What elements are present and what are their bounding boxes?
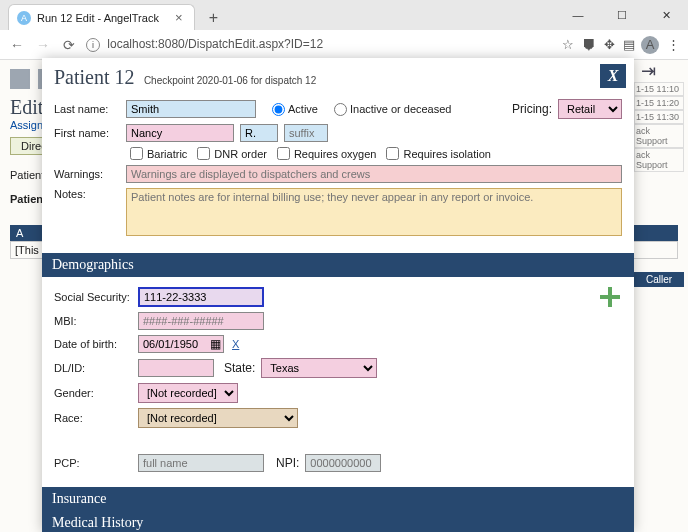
dlid-input[interactable] bbox=[138, 359, 214, 377]
modal-title: Patient 12 bbox=[54, 66, 135, 88]
bg-support: ack Support bbox=[634, 124, 684, 148]
pricing-select[interactable]: Retail bbox=[558, 99, 622, 119]
exit-icon[interactable]: ⇥ bbox=[634, 60, 656, 82]
grid-icon[interactable]: ▤ bbox=[623, 37, 633, 52]
profile-avatar[interactable]: A bbox=[641, 36, 659, 54]
dnr-label: DNR order bbox=[214, 148, 267, 160]
first-name-label: First name: bbox=[54, 127, 120, 139]
tab-title: Run 12 Edit - AngelTrack bbox=[37, 12, 159, 24]
dob-label: Date of birth: bbox=[54, 338, 132, 350]
bariatric-checkbox[interactable] bbox=[130, 147, 143, 160]
npi-label: NPI: bbox=[276, 456, 299, 470]
warnings-label: Warnings: bbox=[54, 168, 120, 180]
background-right-panel: ⇥ 1-15 11:10 1-15 11:20 1-15 11:30 ack S… bbox=[634, 60, 684, 289]
insurance-section-header[interactable]: Insurance bbox=[42, 487, 634, 511]
browser-titlebar: A Run 12 Edit - AngelTrack × + — ☐ ✕ bbox=[0, 0, 688, 30]
notes-label: Notes: bbox=[54, 188, 120, 200]
inactive-radio[interactable] bbox=[334, 103, 347, 116]
patient-modal: Patient 12 Checkpoint 2020-01-06 for dis… bbox=[42, 58, 634, 532]
site-info-icon[interactable]: i bbox=[86, 38, 100, 52]
bg-toolbar-icon[interactable] bbox=[10, 69, 30, 89]
mbi-input[interactable] bbox=[138, 312, 264, 330]
middle-initial-input[interactable] bbox=[240, 124, 278, 142]
modal-close-button[interactable]: X bbox=[600, 64, 626, 88]
bg-time: 1-15 11:10 bbox=[634, 82, 684, 96]
bg-time: 1-15 11:20 bbox=[634, 96, 684, 110]
active-label: Active bbox=[288, 103, 318, 115]
first-name-input[interactable] bbox=[126, 124, 234, 142]
dnr-checkbox[interactable] bbox=[197, 147, 210, 160]
state-label: State: bbox=[224, 361, 255, 375]
maximize-button[interactable]: ☐ bbox=[600, 0, 644, 30]
back-icon[interactable]: ← bbox=[8, 37, 26, 53]
notes-textarea[interactable] bbox=[126, 188, 622, 236]
puzzle-icon[interactable]: ✥ bbox=[604, 37, 615, 52]
shield-icon[interactable]: ⛊ bbox=[582, 37, 596, 53]
minimize-button[interactable]: — bbox=[556, 0, 600, 30]
dlid-label: DL/ID: bbox=[54, 362, 132, 374]
inactive-label: Inactive or deceased bbox=[350, 103, 452, 115]
window-controls: — ☐ ✕ bbox=[556, 0, 688, 30]
demographics-section: Social Security: MBI: Date of birth: ▦ X… bbox=[42, 277, 634, 487]
pricing-label: Pricing: bbox=[512, 102, 552, 116]
active-radio[interactable] bbox=[272, 103, 285, 116]
bg-time: 1-15 11:30 bbox=[634, 110, 684, 124]
modal-subtitle: Checkpoint 2020-01-06 for dispatch 12 bbox=[144, 75, 316, 86]
warnings-input[interactable] bbox=[126, 165, 622, 183]
url-field[interactable]: i localhost:8080/DispatchEdit.aspx?ID=12 bbox=[86, 37, 554, 52]
address-bar: ← → ⟳ i localhost:8080/DispatchEdit.aspx… bbox=[0, 30, 688, 60]
suffix-input[interactable] bbox=[284, 124, 328, 142]
race-select[interactable]: [Not recorded] bbox=[138, 408, 298, 428]
gender-label: Gender: bbox=[54, 387, 132, 399]
isolation-label: Requires isolation bbox=[403, 148, 490, 160]
bg-support: ack Support bbox=[634, 148, 684, 172]
forward-icon[interactable]: → bbox=[34, 37, 52, 53]
patient-basic-form: Last name: Active Inactive or deceased P… bbox=[42, 99, 634, 253]
favicon-icon: A bbox=[17, 11, 31, 25]
reload-icon[interactable]: ⟳ bbox=[60, 37, 78, 53]
last-name-input[interactable] bbox=[126, 100, 256, 118]
browser-tab[interactable]: A Run 12 Edit - AngelTrack × bbox=[8, 4, 195, 30]
ssn-input[interactable] bbox=[138, 287, 264, 307]
npi-input[interactable] bbox=[305, 454, 381, 472]
mbi-label: MBI: bbox=[54, 315, 132, 327]
dob-clear-link[interactable]: X bbox=[232, 338, 239, 350]
state-select[interactable]: Texas bbox=[261, 358, 377, 378]
isolation-checkbox[interactable] bbox=[386, 147, 399, 160]
close-window-button[interactable]: ✕ bbox=[644, 0, 688, 30]
race-label: Race: bbox=[54, 412, 132, 424]
modal-header: Patient 12 Checkpoint 2020-01-06 for dis… bbox=[42, 58, 634, 99]
calendar-icon[interactable]: ▦ bbox=[210, 337, 221, 351]
pcp-input[interactable] bbox=[138, 454, 264, 472]
ssn-label: Social Security: bbox=[54, 291, 132, 303]
new-tab-button[interactable]: + bbox=[201, 6, 225, 30]
browser-extensions: ☆ ⛊ ✥ ▤ A ⋮ bbox=[562, 36, 680, 54]
oxygen-checkbox[interactable] bbox=[277, 147, 290, 160]
gender-select[interactable]: [Not recorded] bbox=[138, 383, 238, 403]
demographics-section-header[interactable]: Demographics bbox=[42, 253, 634, 277]
menu-icon[interactable]: ⋮ bbox=[667, 37, 680, 52]
last-name-label: Last name: bbox=[54, 103, 120, 115]
pcp-label: PCP: bbox=[54, 457, 132, 469]
medical-history-section-header[interactable]: Medical History bbox=[42, 511, 634, 532]
bg-caller-header: Caller bbox=[634, 272, 684, 287]
plus-nav-icon[interactable] bbox=[600, 287, 620, 307]
bariatric-label: Bariatric bbox=[147, 148, 187, 160]
oxygen-label: Requires oxygen bbox=[294, 148, 377, 160]
tab-close-icon[interactable]: × bbox=[175, 10, 183, 25]
star-icon[interactable]: ☆ bbox=[562, 37, 574, 52]
